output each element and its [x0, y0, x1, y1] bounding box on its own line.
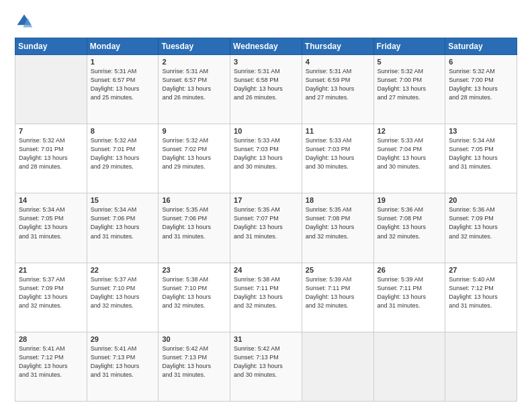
day-number: 13	[449, 127, 513, 135]
day-cell: 31Sunrise: 5:42 AM Sunset: 7:13 PM Dayli…	[230, 332, 302, 401]
day-number: 5	[378, 58, 442, 66]
header-cell-wednesday: Wednesday	[230, 38, 302, 55]
day-number: 22	[91, 266, 155, 274]
day-cell: 13Sunrise: 5:34 AM Sunset: 7:05 PM Dayli…	[445, 124, 517, 193]
header-cell-saturday: Saturday	[445, 38, 517, 55]
day-cell	[445, 332, 517, 401]
week-row-3: 21Sunrise: 5:37 AM Sunset: 7:09 PM Dayli…	[15, 263, 517, 332]
day-cell: 5Sunrise: 5:32 AM Sunset: 7:00 PM Daylig…	[373, 55, 445, 124]
day-number: 11	[306, 127, 370, 135]
day-info: Sunrise: 5:36 AM Sunset: 7:08 PM Dayligh…	[378, 205, 442, 240]
day-info: Sunrise: 5:33 AM Sunset: 7:03 PM Dayligh…	[306, 136, 370, 171]
calendar-body: 1Sunrise: 5:31 AM Sunset: 6:57 PM Daylig…	[15, 55, 517, 402]
day-info: Sunrise: 5:31 AM Sunset: 6:58 PM Dayligh…	[234, 67, 298, 102]
day-cell	[302, 332, 373, 401]
day-number: 4	[306, 58, 370, 66]
day-cell: 24Sunrise: 5:38 AM Sunset: 7:11 PM Dayli…	[230, 263, 302, 332]
day-info: Sunrise: 5:35 AM Sunset: 7:07 PM Dayligh…	[234, 205, 298, 240]
day-number: 2	[162, 58, 226, 66]
header	[15, 12, 517, 31]
day-cell: 8Sunrise: 5:32 AM Sunset: 7:01 PM Daylig…	[87, 124, 159, 193]
header-row: SundayMondayTuesdayWednesdayThursdayFrid…	[15, 38, 517, 55]
day-cell: 9Sunrise: 5:32 AM Sunset: 7:02 PM Daylig…	[159, 124, 230, 193]
day-info: Sunrise: 5:42 AM Sunset: 7:13 PM Dayligh…	[162, 345, 226, 379]
header-cell-monday: Monday	[87, 38, 159, 55]
day-info: Sunrise: 5:36 AM Sunset: 7:09 PM Dayligh…	[449, 205, 513, 240]
day-info: Sunrise: 5:34 AM Sunset: 7:05 PM Dayligh…	[449, 136, 513, 171]
day-cell: 3Sunrise: 5:31 AM Sunset: 6:58 PM Daylig…	[230, 55, 302, 124]
day-info: Sunrise: 5:32 AM Sunset: 7:00 PM Dayligh…	[449, 67, 513, 102]
day-number: 20	[449, 196, 513, 204]
day-number: 15	[91, 196, 155, 204]
day-info: Sunrise: 5:31 AM Sunset: 6:57 PM Dayligh…	[162, 67, 226, 102]
header-cell-thursday: Thursday	[302, 38, 373, 55]
day-number: 18	[306, 196, 370, 204]
day-cell: 20Sunrise: 5:36 AM Sunset: 7:09 PM Dayli…	[445, 193, 517, 263]
header-cell-sunday: Sunday	[15, 38, 87, 55]
week-row-2: 14Sunrise: 5:34 AM Sunset: 7:05 PM Dayli…	[15, 193, 517, 263]
logo	[15, 12, 36, 31]
day-number: 9	[162, 127, 226, 135]
day-number: 23	[162, 266, 226, 274]
day-info: Sunrise: 5:32 AM Sunset: 7:01 PM Dayligh…	[91, 136, 155, 171]
day-cell: 14Sunrise: 5:34 AM Sunset: 7:05 PM Dayli…	[15, 193, 87, 263]
day-info: Sunrise: 5:42 AM Sunset: 7:13 PM Dayligh…	[234, 345, 298, 379]
day-number: 7	[19, 127, 83, 135]
day-cell: 18Sunrise: 5:35 AM Sunset: 7:08 PM Dayli…	[302, 193, 373, 263]
day-number: 24	[234, 266, 298, 274]
header-cell-friday: Friday	[373, 38, 445, 55]
day-info: Sunrise: 5:40 AM Sunset: 7:12 PM Dayligh…	[449, 275, 513, 310]
day-info: Sunrise: 5:34 AM Sunset: 7:06 PM Dayligh…	[91, 205, 155, 240]
day-number: 27	[449, 266, 513, 274]
day-number: 29	[91, 335, 155, 343]
day-info: Sunrise: 5:39 AM Sunset: 7:11 PM Dayligh…	[306, 275, 370, 310]
day-cell: 11Sunrise: 5:33 AM Sunset: 7:03 PM Dayli…	[302, 124, 373, 193]
day-number: 3	[234, 58, 298, 66]
day-number: 16	[162, 196, 226, 204]
day-cell: 1Sunrise: 5:31 AM Sunset: 6:57 PM Daylig…	[87, 55, 159, 124]
calendar-header: SundayMondayTuesdayWednesdayThursdayFrid…	[15, 38, 517, 55]
day-cell: 30Sunrise: 5:42 AM Sunset: 7:13 PM Dayli…	[159, 332, 230, 401]
day-cell: 7Sunrise: 5:32 AM Sunset: 7:01 PM Daylig…	[15, 124, 87, 193]
day-info: Sunrise: 5:37 AM Sunset: 7:09 PM Dayligh…	[19, 275, 83, 310]
day-info: Sunrise: 5:33 AM Sunset: 7:04 PM Dayligh…	[378, 136, 442, 171]
day-info: Sunrise: 5:31 AM Sunset: 6:59 PM Dayligh…	[306, 67, 370, 102]
day-info: Sunrise: 5:31 AM Sunset: 6:57 PM Dayligh…	[91, 67, 155, 102]
day-cell: 21Sunrise: 5:37 AM Sunset: 7:09 PM Dayli…	[15, 263, 87, 332]
day-info: Sunrise: 5:41 AM Sunset: 7:13 PM Dayligh…	[91, 345, 155, 379]
day-cell: 2Sunrise: 5:31 AM Sunset: 6:57 PM Daylig…	[159, 55, 230, 124]
day-cell: 25Sunrise: 5:39 AM Sunset: 7:11 PM Dayli…	[302, 263, 373, 332]
day-number: 19	[378, 196, 442, 204]
day-number: 14	[19, 196, 83, 204]
day-cell: 28Sunrise: 5:41 AM Sunset: 7:12 PM Dayli…	[15, 332, 87, 401]
day-cell: 10Sunrise: 5:33 AM Sunset: 7:03 PM Dayli…	[230, 124, 302, 193]
day-number: 28	[19, 335, 83, 343]
day-number: 10	[234, 127, 298, 135]
day-cell: 16Sunrise: 5:35 AM Sunset: 7:06 PM Dayli…	[159, 193, 230, 263]
day-number: 6	[449, 58, 513, 66]
week-row-1: 7Sunrise: 5:32 AM Sunset: 7:01 PM Daylig…	[15, 124, 517, 193]
day-cell: 17Sunrise: 5:35 AM Sunset: 7:07 PM Dayli…	[230, 193, 302, 263]
day-number: 30	[162, 335, 226, 343]
day-info: Sunrise: 5:35 AM Sunset: 7:08 PM Dayligh…	[306, 205, 370, 240]
week-row-4: 28Sunrise: 5:41 AM Sunset: 7:12 PM Dayli…	[15, 332, 517, 401]
day-number: 26	[378, 266, 442, 274]
day-cell: 27Sunrise: 5:40 AM Sunset: 7:12 PM Dayli…	[445, 263, 517, 332]
day-cell: 26Sunrise: 5:39 AM Sunset: 7:11 PM Dayli…	[373, 263, 445, 332]
day-number: 31	[234, 335, 298, 343]
day-number: 25	[306, 266, 370, 274]
day-info: Sunrise: 5:32 AM Sunset: 7:02 PM Dayligh…	[162, 136, 226, 171]
day-cell: 19Sunrise: 5:36 AM Sunset: 7:08 PM Dayli…	[373, 193, 445, 263]
day-info: Sunrise: 5:39 AM Sunset: 7:11 PM Dayligh…	[378, 275, 442, 310]
day-number: 8	[91, 127, 155, 135]
day-info: Sunrise: 5:41 AM Sunset: 7:12 PM Dayligh…	[19, 345, 83, 379]
page: SundayMondayTuesdayWednesdayThursdayFrid…	[0, 0, 532, 411]
day-number: 21	[19, 266, 83, 274]
logo-icon	[15, 12, 34, 31]
day-info: Sunrise: 5:32 AM Sunset: 7:01 PM Dayligh…	[19, 136, 83, 171]
day-info: Sunrise: 5:34 AM Sunset: 7:05 PM Dayligh…	[19, 205, 83, 240]
day-info: Sunrise: 5:33 AM Sunset: 7:03 PM Dayligh…	[234, 136, 298, 171]
day-number: 12	[378, 127, 442, 135]
day-info: Sunrise: 5:32 AM Sunset: 7:00 PM Dayligh…	[378, 67, 442, 102]
day-cell: 15Sunrise: 5:34 AM Sunset: 7:06 PM Dayli…	[87, 193, 159, 263]
